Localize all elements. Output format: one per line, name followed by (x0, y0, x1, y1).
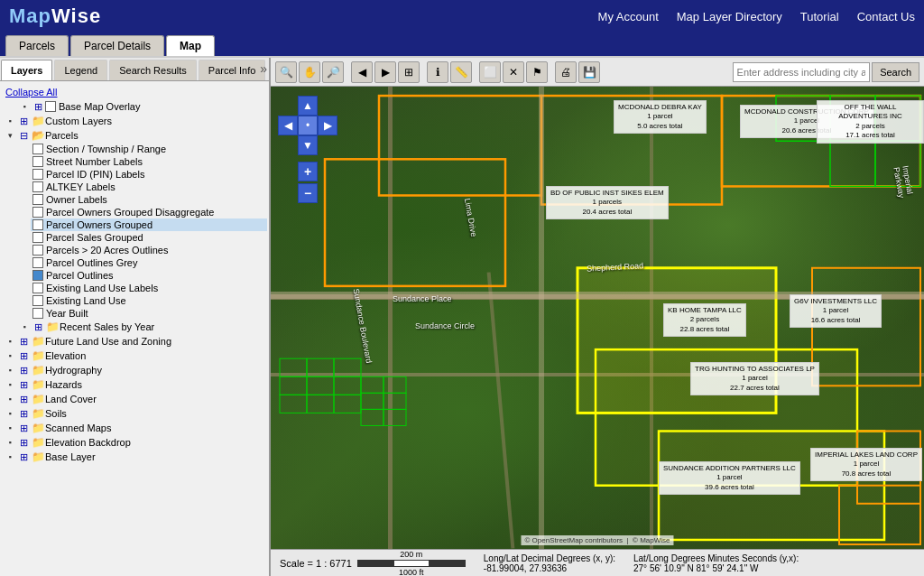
collapse-panel-button[interactable]: » (260, 61, 267, 76)
layer-item-elevation-backdrop[interactable]: ▪ ⊞ 📁 Elevation Backdrop (2, 435, 267, 450)
plus-icon: ⊞ (16, 115, 31, 127)
pan-center-button[interactable]: • (298, 116, 318, 135)
pan-button[interactable]: ✋ (299, 61, 320, 83)
scale-bar: Scale = 1 : 6771 200 m 1000 ft (280, 550, 466, 577)
select-button[interactable]: ⬜ (479, 61, 501, 83)
panel-tab-search-results[interactable]: Search Results (109, 60, 197, 80)
nav-tutorial[interactable]: Tutorial (800, 10, 839, 23)
layer-item-hydrography[interactable]: ▪ ⊞ 📁 Hydrography (2, 363, 267, 377)
expand-icon[interactable]: ▪ (4, 335, 16, 348)
pan-south-button[interactable]: ▼ (298, 135, 318, 155)
layer-item-parcel-owners-grouped[interactable]: Parcel Owners Grouped (31, 218, 267, 231)
checkbox-20acres[interactable] (32, 245, 43, 255)
expand-icon[interactable]: ▪ (18, 321, 31, 333)
flag-button[interactable]: ⚑ (526, 61, 548, 83)
address-input[interactable] (733, 62, 871, 82)
layer-item-hazards[interactable]: ▪ ⊞ 📁 Hazards (2, 377, 267, 392)
panel-tab-parcel-info[interactable]: Parcel Info (199, 60, 266, 80)
layer-item-parcels-20acres[interactable]: Parcels > 20 Acres Outlines (31, 244, 267, 256)
checkbox-owner[interactable] (32, 194, 43, 205)
layer-label: Hydrography (45, 365, 102, 376)
checkbox-section[interactable] (32, 144, 43, 154)
checkbox-land-use[interactable] (32, 295, 43, 306)
measure-button[interactable]: 📏 (450, 61, 472, 83)
print-button[interactable]: 🖨 (555, 61, 577, 83)
expand-icon[interactable]: ▾ (4, 129, 16, 142)
pan-north-button[interactable]: ▲ (298, 96, 318, 116)
layer-item-base-layer[interactable]: ▪ ⊞ 📁 Base Layer (2, 450, 267, 464)
checkbox-year-built[interactable] (32, 308, 43, 319)
layer-item-future-land-use[interactable]: ▪ ⊞ 📁 Future Land Use and Zoning (2, 334, 267, 348)
layer-item-parcel-sales-grouped[interactable]: Parcel Sales Grouped (31, 231, 267, 244)
checkbox-land-use-labels[interactable] (32, 283, 43, 293)
layer-item-parcels-folder[interactable]: ▾ ⊟ 📂 Parcels (2, 128, 267, 143)
checkbox-outlines[interactable] (32, 270, 43, 281)
layer-item-owner-labels[interactable]: Owner Labels (31, 193, 267, 206)
pan-west-button[interactable]: ◀ (278, 116, 298, 135)
nav-my-account[interactable]: My Account (598, 10, 659, 23)
checkbox-parcel-id[interactable] (32, 169, 43, 180)
identify-button[interactable]: ℹ (427, 61, 448, 83)
layer-item-altkey[interactable]: ALTKEY Labels (31, 181, 267, 193)
clear-button[interactable]: ✕ (503, 61, 524, 83)
layer-item-parcel-outlines-grey[interactable]: Parcel Outlines Grey (31, 256, 267, 269)
checkbox-outlines-grey[interactable] (32, 257, 43, 268)
layer-item-existing-land-use-labels[interactable]: Existing Land Use Labels (31, 282, 267, 294)
expand-icon[interactable]: ▪ (4, 349, 16, 362)
tab-parcel-details[interactable]: Parcel Details (70, 35, 164, 56)
collapse-all-button[interactable]: Collapse All (2, 85, 267, 99)
panel-tab-legend[interactable]: Legend (54, 60, 107, 80)
forward-button[interactable]: ▶ (374, 61, 396, 83)
save-button[interactable]: 💾 (578, 61, 600, 83)
svg-rect-10 (830, 141, 875, 186)
layer-item-soils[interactable]: ▪ ⊞ 📁 Soils (2, 406, 267, 421)
layer-item-street-number[interactable]: Street Number Labels (31, 155, 267, 168)
search-button[interactable]: Search (872, 62, 919, 82)
layer-label: Parcel ID (PIN) Labels (46, 169, 144, 180)
layer-item-existing-land-use[interactable]: Existing Land Use (31, 294, 267, 307)
minus-icon: ⊟ (16, 129, 31, 142)
expand-icon[interactable]: ▪ (4, 451, 16, 463)
panel-tab-layers[interactable]: Layers (1, 60, 52, 80)
tab-map[interactable]: Map (166, 35, 215, 56)
layer-item-scanned-maps[interactable]: ▪ ⊞ 📁 Scanned Maps (2, 421, 267, 435)
checkbox-sales-grouped[interactable] (32, 232, 43, 243)
back-button[interactable]: ◀ (351, 61, 373, 83)
expand-icon[interactable]: ▪ (18, 100, 31, 113)
plus-icon: ⊞ (16, 393, 31, 405)
layer-item-base-map-overlay[interactable]: ▪ ⊞ Base Map Overlay (16, 99, 267, 114)
nav-map-layer-directory[interactable]: Map Layer Directory (677, 10, 782, 23)
expand-icon[interactable]: ▪ (4, 115, 16, 127)
layer-item-parcel-outlines[interactable]: Parcel Outlines (31, 269, 267, 282)
expand-icon[interactable]: ▪ (4, 378, 16, 391)
layer-item-parcel-owners-disaggregate[interactable]: Parcel Owners Grouped Disaggregate (31, 206, 267, 218)
tab-parcels[interactable]: Parcels (5, 35, 69, 56)
zoom-in-button[interactable]: 🔍 (275, 61, 297, 83)
checkbox-owners-grouped[interactable] (32, 219, 43, 230)
checkbox-street[interactable] (32, 156, 43, 167)
layer-item-section-township[interactable]: Section / Township / Range (31, 143, 267, 155)
full-extent-button[interactable]: ⊞ (398, 61, 420, 83)
folder-icon: 📁 (31, 349, 45, 362)
layer-item-parcel-id[interactable]: Parcel ID (PIN) Labels (31, 168, 267, 181)
zoom-out-button[interactable]: 🔎 (322, 61, 344, 83)
checkbox-disaggregate[interactable] (32, 207, 43, 218)
nav-contact-us[interactable]: Contact Us (857, 10, 915, 23)
map-container[interactable]: MCDONALD DEBRA KAY1 parcel5.0 acres tota… (271, 87, 924, 549)
zoom-in-nav-button[interactable]: + (298, 162, 318, 181)
zoom-out-nav-button[interactable]: − (298, 183, 318, 203)
layer-item-recent-sales[interactable]: ▪ ⊞ 📁 Recent Sales by Year (16, 320, 267, 334)
layer-item-year-built[interactable]: Year Built (31, 307, 267, 320)
folder-icon: 📁 (31, 407, 45, 420)
layer-item-custom-layers[interactable]: ▪ ⊞ 📁 Custom Layers (2, 114, 267, 128)
expand-icon[interactable]: ▪ (4, 422, 16, 434)
checkbox-base-map[interactable] (45, 101, 56, 112)
expand-icon[interactable]: ▪ (4, 436, 16, 449)
pan-east-button[interactable]: ▶ (318, 116, 337, 135)
layer-item-land-cover[interactable]: ▪ ⊞ 📁 Land Cover (2, 392, 267, 406)
checkbox-altkey[interactable] (32, 181, 43, 192)
layer-item-elevation[interactable]: ▪ ⊞ 📁 Elevation (2, 348, 267, 363)
expand-icon[interactable]: ▪ (4, 364, 16, 376)
expand-icon[interactable]: ▪ (4, 393, 16, 405)
expand-icon[interactable]: ▪ (4, 407, 16, 420)
